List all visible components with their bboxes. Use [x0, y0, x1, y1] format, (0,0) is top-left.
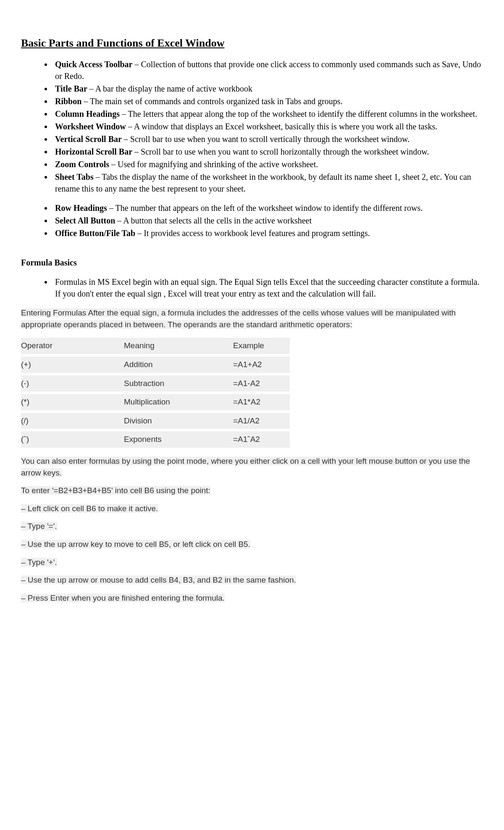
table-row: (-)Subtraction=A1-A2	[21, 376, 290, 392]
term-desc: – A button that selects all the cells in…	[115, 216, 312, 225]
cell: =A1*A2	[233, 394, 290, 410]
term-label: Ribbon	[55, 97, 81, 106]
col-operator: Operator	[21, 338, 124, 354]
term-label: Title Bar	[55, 84, 87, 93]
list-item: Quick Access Toolbar – Collection of but…	[52, 58, 483, 82]
excel-parts-list-a: Quick Access Toolbar – Collection of but…	[21, 58, 483, 194]
table-header-row: Operator Meaning Example	[21, 338, 290, 354]
term-label: Zoom Controls	[55, 160, 109, 169]
table-row: (ˆ)Exponents=A1ˆA2	[21, 431, 290, 448]
table-row: (/)Division=A1/A2	[21, 413, 290, 429]
list-item: Select All Button – A button that select…	[52, 215, 483, 226]
list-item: Vertical Scroll Bar – Scroll bar to use …	[52, 133, 483, 145]
term-desc: – Scroll bar to use when you want to scr…	[132, 147, 429, 156]
list-item: Zoom Controls – Used for magnifying and …	[52, 158, 483, 170]
formula-basics-intro-list: Formulas in MS Excel begin with an equal…	[21, 276, 483, 299]
formula-basics-heading: Formula Basics	[21, 257, 483, 268]
term-label: Office Button/File Tab	[55, 229, 135, 238]
entering-formulas-text: Entering Formulas After the equal sign, …	[21, 307, 483, 330]
cell: (*)	[21, 394, 124, 410]
step-line: – Use the up arrow or mouse to add cells…	[21, 575, 483, 586]
page-title: Basic Parts and Functions of Excel Windo…	[21, 36, 483, 51]
term-desc: – A window that displays an Excel worksh…	[126, 122, 438, 131]
pointmode-text: You can also enter formulas by using the…	[21, 455, 483, 478]
term-desc: – Tabs the display the name of the works…	[55, 172, 471, 193]
term-desc: – The main set of commands and controls …	[81, 97, 342, 106]
list-item: Horizontal Scroll Bar – Scroll bar to us…	[52, 146, 483, 158]
cell: (-)	[21, 376, 124, 392]
step-line: – Type '+'.	[21, 557, 483, 568]
term-label: Row Headings	[55, 203, 107, 213]
col-example: Example	[233, 338, 290, 354]
list-item: Ribbon – The main set of commands and co…	[52, 95, 483, 107]
term-label: Quick Access Toolbar	[55, 60, 132, 69]
table-row: (+)Addition=A1+A2	[21, 357, 290, 373]
cell: (ˆ)	[21, 431, 124, 448]
list-item: Column Headings – The letters that appea…	[52, 108, 483, 120]
term-desc: – Used for magnifying and shrinking of t…	[109, 160, 318, 169]
step-line: – Type '='.	[21, 521, 483, 532]
term-label: Worksheet Window	[55, 122, 126, 131]
col-meaning: Meaning	[124, 338, 233, 354]
enter-steps-intro: To enter '=B2+B3+B4+B5' into cell B6 usi…	[21, 485, 483, 496]
term-desc: – A bar the display the name of active w…	[87, 84, 252, 93]
cell: (+)	[21, 357, 124, 373]
formula-intro-item: Formulas in MS Excel begin with an equal…	[52, 276, 483, 299]
cell: =A1-A2	[233, 376, 290, 392]
term-desc: – It provides access to workbook level f…	[135, 229, 370, 238]
term-label: Horizontal Scroll Bar	[55, 147, 132, 156]
cell: =A1+A2	[233, 357, 290, 373]
operators-table: Operator Meaning Example (+)Addition=A1+…	[21, 335, 290, 450]
term-label: Select All Button	[55, 216, 115, 225]
list-item: Worksheet Window – A window that display…	[52, 121, 483, 132]
term-label: Vertical Scroll Bar	[55, 134, 122, 144]
excel-parts-list-b: Row Headings – The number that appears o…	[21, 202, 483, 239]
term-desc: – The number that appears on the left of…	[107, 203, 423, 213]
list-item: Office Button/File Tab – It provides acc…	[52, 227, 483, 239]
cell: Addition	[124, 357, 233, 373]
cell: (/)	[21, 413, 124, 429]
table-row: (*)Multiplication=A1*A2	[21, 394, 290, 410]
cell: =A1ˆA2	[233, 431, 290, 448]
list-item: Sheet Tabs – Tabs the display the name o…	[52, 171, 483, 194]
term-desc: – Scroll bar to use when you want to scr…	[122, 134, 410, 144]
cell: Division	[124, 413, 233, 429]
list-item: Row Headings – The number that appears o…	[52, 202, 483, 214]
term-desc: – The letters that appear along the top …	[120, 109, 477, 118]
step-line: – Use the up arrow key to move to cell B…	[21, 539, 483, 550]
step-line: – Press Enter when you are finished ente…	[21, 593, 483, 604]
list-item: Title Bar – A bar the display the name o…	[52, 83, 483, 95]
term-label: Column Headings	[55, 109, 120, 118]
term-label: Sheet Tabs	[55, 172, 94, 181]
cell: Subtraction	[124, 376, 233, 392]
cell: Multiplication	[124, 394, 233, 410]
cell: =A1/A2	[233, 413, 290, 429]
cell: Exponents	[124, 431, 233, 448]
step-line: – Left click on cell B6 to make it activ…	[21, 503, 483, 515]
